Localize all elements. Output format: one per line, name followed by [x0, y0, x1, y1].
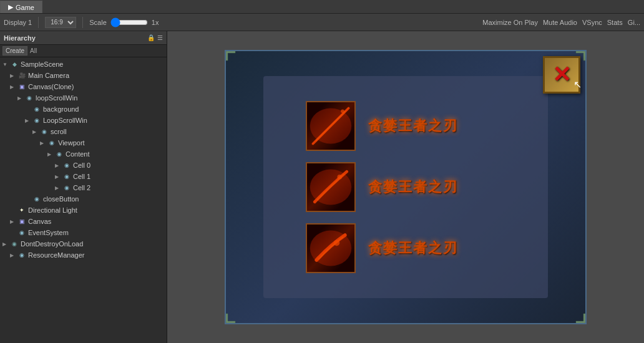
aspect-select[interactable]: 16:9: [45, 17, 76, 28]
weapon-slash-icon: [307, 225, 354, 272]
tree-arrow: ▶: [55, 185, 62, 191]
menu-icon: ☰: [157, 34, 163, 41]
tree-item[interactable]: ✦Directional Light: [0, 205, 167, 216]
obj-icon: ◉: [32, 116, 41, 125]
tree-item[interactable]: ▶◉Content: [0, 148, 167, 160]
tree-item[interactable]: ▶◉ResourceManager: [0, 249, 167, 261]
svg-rect-0: [307, 102, 354, 150]
canvas-icon: ▣: [17, 82, 26, 91]
tab-game[interactable]: ▶ Game: [0, 1, 42, 13]
svg-point-4: [310, 170, 352, 205]
tree-label: Cell 1: [73, 173, 90, 180]
tree-item[interactable]: ▶◉scroll: [0, 126, 167, 137]
tree-arrow: ▶: [55, 174, 62, 180]
hierarchy-panel: Hierarchy 🔒 ☰ Create All ▼ ◆ SampleScene…: [0, 31, 167, 343]
list-item[interactable]: 贪婪王者之刃: [306, 101, 505, 151]
tree-item[interactable]: ▶◉loopScrollWin: [0, 92, 167, 104]
svg-point-8: [334, 240, 340, 246]
tree-item[interactable]: ▶▣Canvas: [0, 216, 167, 227]
tree-arrow: ▶: [10, 219, 17, 225]
obj-icon: ◉: [32, 195, 41, 203]
tree-arrow: ▶: [32, 129, 40, 135]
obj-icon: ◉: [40, 127, 49, 136]
scene-label: SampleScene: [21, 60, 64, 68]
canvas-icon: ▣: [17, 217, 26, 226]
tree-arrow: ▶: [10, 84, 17, 90]
corner-bl: [226, 304, 245, 323]
hierarchy-title: Hierarchy: [4, 34, 36, 42]
obj-icon: ◉: [25, 94, 34, 102]
game-tab-icon: ▶: [8, 3, 13, 11]
lock-icon: 🔒: [147, 34, 155, 41]
gizmos[interactable]: Gi...: [628, 19, 640, 26]
tree-item-samplescene[interactable]: ▼ ◆ SampleScene: [0, 59, 167, 70]
camera-icon: 🎥: [17, 71, 26, 80]
weapon-slash-icon: [307, 163, 354, 211]
tree-arrow: ▶: [25, 118, 32, 123]
obj-icon: ◉: [62, 172, 71, 181]
stats[interactable]: Stats: [607, 19, 623, 26]
scale-slider[interactable]: [110, 19, 148, 26]
arrow-samplescene: ▼: [2, 62, 10, 67]
tree-label: Canvas(Clone): [28, 83, 74, 90]
svg-point-1: [310, 109, 352, 144]
scene-icon: ◉: [10, 239, 19, 248]
hierarchy-header-icons: 🔒 ☰: [147, 34, 163, 41]
tree-label: closeButton: [43, 195, 79, 203]
list-item[interactable]: 贪婪王者之刃: [306, 223, 505, 273]
tree-item[interactable]: ▶◉Cell 2: [0, 182, 167, 193]
tree-item[interactable]: ▶◉Cell 0: [0, 160, 167, 171]
tree-label: Cell 2: [73, 184, 90, 191]
item-icon-box: [306, 162, 356, 212]
all-button[interactable]: All: [30, 47, 37, 54]
svg-point-5: [337, 175, 342, 180]
tree-item[interactable]: ▶◉Viewport: [0, 137, 167, 148]
create-button[interactable]: Create: [2, 46, 27, 56]
toolbar-right: Maximize On Play Mute Audio VSync Stats …: [482, 19, 640, 26]
svg-rect-6: [307, 225, 354, 272]
tree-item[interactable]: ◉closeButton: [0, 193, 167, 205]
item-name: 贪婪王者之刃: [368, 117, 458, 135]
mute-audio[interactable]: Mute Audio: [543, 19, 577, 26]
vsync[interactable]: VSync: [582, 19, 602, 26]
corner-br: [567, 304, 585, 323]
obj-icon: ◉: [17, 251, 26, 259]
list-item[interactable]: 贪婪王者之刃: [306, 162, 505, 212]
maximize-on-play[interactable]: Maximize On Play: [482, 19, 538, 26]
tree-arrow: ▶: [10, 73, 17, 79]
tree-item[interactable]: ▶◉LoopScrollWin: [0, 115, 167, 126]
tree-arrow: ▶: [17, 95, 25, 101]
game-content: 贪婪王者之刃 贪婪王者之刃 贪婪王者之刃: [225, 50, 587, 324]
game-viewport: 贪婪王者之刃 贪婪王者之刃 贪婪王者之刃: [167, 31, 644, 343]
hierarchy-content: ▼ ◆ SampleScene ▶🎥Main Camera▶▣Canvas(Cl…: [0, 57, 167, 343]
tree-item[interactable]: ▶◉DontDestroyOnLoad: [0, 238, 167, 249]
tree-item[interactable]: ▶▣Canvas(Clone): [0, 81, 167, 92]
scale-label: Scale: [89, 19, 107, 26]
tree-label: loopScrollWin: [36, 94, 77, 102]
light-icon: ✦: [17, 206, 26, 215]
tree-label: Canvas: [28, 218, 51, 225]
game-panel: 贪婪王者之刃 贪婪王者之刃 贪婪王者之刃: [167, 31, 644, 343]
close-icon: ✕: [552, 64, 571, 86]
tree-item[interactable]: ▶◉Cell 1: [0, 171, 167, 182]
corner-tl: [226, 51, 245, 70]
scene-icon: ◆: [10, 60, 19, 69]
tree-label: scroll: [51, 128, 67, 135]
tree-label: Directional Light: [28, 206, 77, 214]
tree-label: background: [43, 105, 79, 113]
tree-item[interactable]: ◉EventSystem: [0, 227, 167, 238]
tree-item[interactable]: ◉background: [0, 104, 167, 115]
sep2: [82, 17, 83, 28]
tree-arrow: ▶: [10, 253, 17, 258]
close-button[interactable]: ✕: [543, 56, 580, 94]
tree-arrow: ▶: [2, 241, 10, 247]
hierarchy-toolbar: Create All: [0, 45, 167, 57]
obj-icon: ◉: [62, 183, 71, 192]
main-layout: Hierarchy 🔒 ☰ Create All ▼ ◆ SampleScene…: [0, 31, 644, 343]
tree-label: LoopScrollWin: [43, 117, 87, 124]
tree-label: ResourceManager: [28, 251, 85, 259]
scale-value: 1x: [152, 19, 159, 26]
tree-item[interactable]: ▶🎥Main Camera: [0, 70, 167, 81]
svg-point-7: [310, 231, 352, 266]
tree-label: EventSystem: [28, 229, 69, 236]
